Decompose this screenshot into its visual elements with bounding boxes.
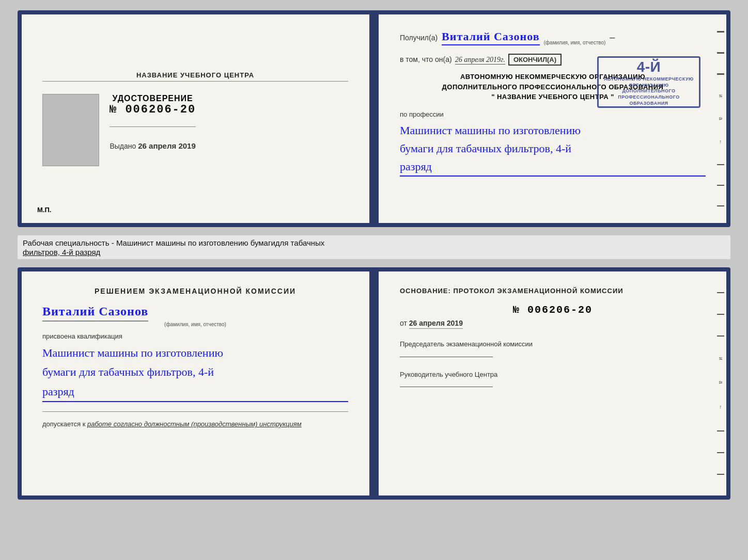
qual-line3: разряд [42, 382, 348, 401]
edge-label-left: ← [718, 139, 724, 145]
photo-placeholder [42, 94, 99, 166]
bottom-cert-number: № 006206-20 [400, 304, 706, 316]
udostoverenie-title: УДОСТОВЕРЕНИЕ [110, 94, 196, 103]
edge-dash-line [717, 164, 724, 165]
edge-label-и2: и [718, 357, 724, 360]
edge-dash-line [717, 205, 724, 206]
rukovoditel-block: Руководитель учебного Центра [400, 370, 706, 388]
cert-right-page: Получил(а) Виталий Сазонов (фамилия, имя… [374, 14, 726, 223]
cert-number-top: № 006206-20 [110, 103, 196, 116]
cert-left-page: НАЗВАНИЕ УЧЕБНОГО ЦЕНТРА УДОСТОВЕРЕНИЕ №… [22, 14, 374, 223]
edge-dashes-top: и а ← [715, 14, 726, 223]
bottom-left-page: Решением экзаменационной комиссии Витали… [22, 271, 374, 495]
edge-dash [717, 292, 724, 293]
dopuskaetsya-text: работе согласно должностным (производств… [87, 420, 302, 428]
predsedatel-block: Председатель экзаменационной комиссии [400, 339, 706, 357]
edge-dash [717, 430, 724, 431]
edge-dash [717, 335, 724, 337]
middle-label-prefix: Рабочая специальность - Машинист машины … [23, 238, 324, 247]
qual-line1: Машинист машины по изготовлению [42, 343, 348, 362]
fio-sub-bottom: (фамилия, имя, отчество) [42, 322, 348, 327]
stamp-number: 4-й [604, 58, 694, 76]
cert-middle-info: УДОСТОВЕРЕНИЕ № 006206-20 Выдано 26 апре… [110, 94, 196, 150]
org-block: АВТОНОМНУЮ НЕКОММЕРЧЕСКУЮ ОРГАНИЗАЦИЮ ДО… [400, 72, 706, 102]
vtom-prefix: в том, что он(а) [400, 55, 452, 63]
udostoverenie-block: УДОСТОВЕРЕНИЕ № 006206-20 [110, 94, 196, 116]
training-center-label: НАЗВАНИЕ УЧЕБНОГО ЦЕНТРА [42, 71, 348, 82]
edge-dash [717, 452, 724, 453]
edge-label-и: и [718, 94, 724, 98]
profession-text-top: Машинист машины по изготовлению бумаги д… [400, 121, 706, 177]
dash-sep: – [610, 32, 615, 43]
profession-line2: бумаги для табачных фильтров, 4-й [400, 139, 706, 157]
edge-dash-line [717, 185, 724, 186]
edge-dash [717, 474, 724, 475]
certificate-document-top: НАЗВАНИЕ УЧЕБНОГО ЦЕНТРА УДОСТОВЕРЕНИЕ №… [18, 10, 730, 227]
middle-label: Рабочая специальность - Машинист машины … [18, 235, 730, 259]
recipient-line: Получил(а) Виталий Сазонов (фамилия, имя… [400, 30, 706, 45]
issued-line: Выдано 26 апреля 2019 [110, 141, 195, 150]
edge-dash [717, 73, 724, 75]
bottom-right-page: Основание: протокол экзаменационной коми… [374, 271, 726, 495]
profession-line3: разряд [400, 157, 706, 175]
issued-prefix: Выдано [110, 142, 136, 150]
edge-label-а: а [718, 117, 724, 120]
rukovoditel-signature-line [400, 387, 493, 387]
edge-dash [717, 314, 724, 315]
predsedatel-signature-line [400, 357, 493, 357]
qualification-text: Машинист машины по изготовлению бумаги д… [42, 343, 348, 402]
osnovaniye-label: Основание: протокол экзаменационной коми… [400, 287, 624, 295]
okonchil-badge: окончил(а) [508, 54, 562, 66]
stamp-inner: 4-й АВТОНОМНУЮ НЕКОММЕРЧЕСКУЮОРГАНИЗАЦИЮ… [604, 58, 694, 107]
middle-label-underline: фильтров, 4-й разряд [23, 248, 100, 257]
osnovaniye-block: Основание: протокол экзаменационной коми… [400, 287, 706, 295]
edge-label-а2: а [718, 381, 724, 384]
ot-line: от 26 апреля 2019 [400, 319, 706, 329]
bottom-person-name: Виталий Сазонов [42, 305, 148, 322]
recipient-sub: (фамилия, имя, отчество) [544, 40, 606, 45]
vtom-date: 26 апреля 2019г. [455, 56, 505, 65]
stamp-overlay: 4-й АВТОНОМНУЮ НЕКОММЕРЧЕСКУЮОРГАНИЗАЦИЮ… [597, 56, 700, 108]
qual-line2: бумаги для табачных фильтров, 4-й [42, 362, 348, 381]
certificate-document-bottom: Решением экзаменационной комиссии Витали… [18, 267, 730, 500]
recipient-prefix: Получил(а) [400, 34, 438, 42]
edge-label-left2: ← [718, 405, 724, 410]
dopuskaetsya-prefix: допускается к [42, 420, 85, 428]
recipient-name: Виталий Сазонов [442, 30, 539, 45]
dopuskaetsya-line: допускается к работе согласно должностны… [42, 420, 348, 428]
prisvоена-label: присвоена квалификация [42, 332, 348, 340]
po-professii-label: по профессии [400, 110, 706, 118]
ot-date: 26 апреля 2019 [409, 319, 463, 329]
edge-dash [717, 31, 724, 33]
stamp-text: АВТОНОМНУЮ НЕКОММЕРЧЕСКУЮОРГАНИЗАЦИЮДОПО… [604, 76, 694, 106]
issued-date-top: 26 апреля 2019 [138, 141, 196, 150]
rukovoditel-label: Руководитель учебного Центра [400, 370, 706, 380]
middle-label-text: Рабочая специальность - Машинист машины … [23, 238, 324, 257]
mp-label: М.П. [37, 206, 51, 214]
edge-dashes-bottom: и а ← [715, 271, 726, 495]
edge-dash [717, 52, 724, 54]
ot-prefix: от [400, 319, 407, 327]
predsedatel-label: Председатель экзаменационной комиссии [400, 339, 706, 349]
resolution-title: Решением экзаменационной комиссии [42, 287, 348, 295]
profession-line1: Машинист машины по изготовлению [400, 121, 706, 139]
